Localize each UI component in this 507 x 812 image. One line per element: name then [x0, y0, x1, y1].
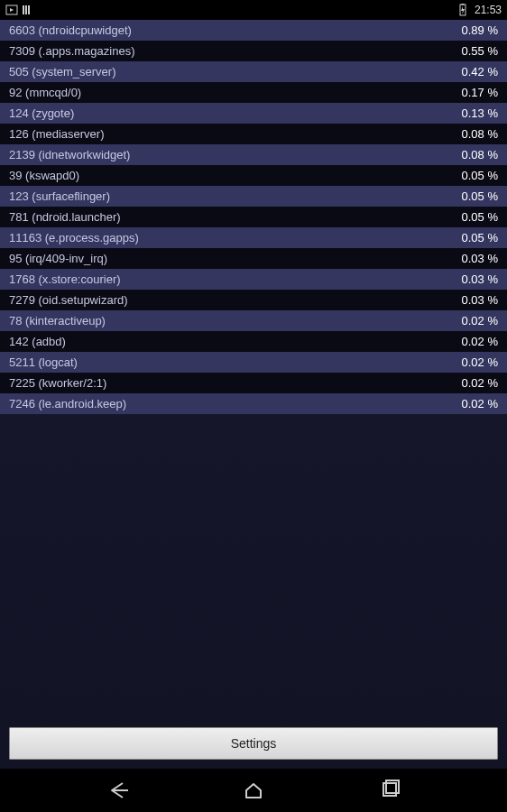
process-row[interactable]: 5211 (logcat)0.02 %	[0, 352, 507, 373]
process-row[interactable]: 7279 (oid.setupwizard)0.03 %	[0, 290, 507, 310]
process-percent: 0.89 %	[462, 23, 498, 37]
process-percent: 0.03 %	[462, 272, 498, 286]
process-percent: 0.05 %	[462, 231, 498, 245]
process-label: 505 (system_server)	[9, 65, 115, 78]
process-row[interactable]: 95 (irq/409-inv_irq)0.03 %	[0, 248, 507, 269]
process-percent: 0.08 %	[462, 148, 498, 161]
status-bar: 21:53	[0, 0, 507, 20]
process-percent: 0.05 %	[462, 189, 498, 203]
process-percent: 0.08 %	[462, 127, 498, 141]
recent-apps-button[interactable]	[371, 770, 410, 810]
process-row[interactable]: 123 (surfaceflinger)0.05 %	[0, 186, 507, 207]
process-list[interactable]: 6603 (ndroidcpuwidget)0.89 %7309 (.apps.…	[0, 20, 507, 718]
process-label: 126 (mediaserver)	[9, 127, 105, 141]
process-row[interactable]: 39 (kswapd0)0.05 %	[0, 165, 507, 186]
process-row[interactable]: 2139 (idnetworkwidget)0.08 %	[0, 144, 507, 165]
process-row[interactable]: 505 (system_server)0.42 %	[0, 61, 507, 82]
process-row[interactable]: 92 (mmcqd/0)0.17 %	[0, 82, 507, 103]
process-label: 7309 (.apps.magazines)	[9, 44, 134, 58]
process-row[interactable]: 7309 (.apps.magazines)0.55 %	[0, 41, 507, 61]
home-button[interactable]	[234, 770, 273, 810]
battery-icon	[456, 4, 469, 16]
process-percent: 0.03 %	[462, 252, 498, 265]
process-label: 92 (mmcqd/0)	[9, 86, 81, 99]
process-label: 123 (surfaceflinger)	[9, 189, 110, 203]
process-percent: 0.02 %	[462, 376, 498, 390]
status-time: 21:53	[475, 4, 502, 16]
bars-icon	[22, 4, 34, 16]
settings-button[interactable]: Settings	[9, 727, 498, 760]
process-row[interactable]: 7225 (kworker/2:1)0.02 %	[0, 373, 507, 393]
svg-rect-3	[28, 5, 30, 14]
process-label: 11163 (e.process.gapps)	[9, 231, 139, 245]
process-label: 6603 (ndroidcpuwidget)	[9, 23, 132, 37]
process-label: 7246 (le.android.keep)	[9, 397, 126, 411]
process-percent: 0.03 %	[462, 293, 498, 307]
process-label: 781 (ndroid.launcher)	[9, 210, 121, 224]
svg-rect-5	[461, 4, 464, 5]
process-label: 78 (kinteractiveup)	[9, 314, 106, 328]
svg-rect-1	[23, 5, 24, 14]
process-percent: 0.02 %	[462, 355, 498, 369]
process-row[interactable]: 126 (mediaserver)0.08 %	[0, 124, 507, 144]
process-percent: 0.02 %	[462, 314, 498, 328]
back-button[interactable]	[97, 770, 137, 810]
process-percent: 0.17 %	[462, 86, 498, 99]
process-percent: 0.05 %	[462, 169, 498, 182]
process-percent: 0.02 %	[462, 335, 498, 348]
play-store-icon	[5, 4, 18, 16]
process-percent: 0.13 %	[462, 106, 498, 120]
process-row[interactable]: 142 (adbd)0.02 %	[0, 331, 507, 352]
process-label: 5211 (logcat)	[9, 355, 78, 369]
process-percent: 0.42 %	[462, 65, 498, 78]
process-row[interactable]: 6603 (ndroidcpuwidget)0.89 %	[0, 20, 507, 41]
process-label: 124 (zygote)	[9, 106, 74, 120]
process-label: 7279 (oid.setupwizard)	[9, 293, 128, 307]
process-row[interactable]: 78 (kinteractiveup)0.02 %	[0, 310, 507, 331]
process-label: 7225 (kworker/2:1)	[9, 376, 106, 390]
process-label: 39 (kswapd0)	[9, 169, 79, 182]
process-row[interactable]: 1768 (x.store:courier)0.03 %	[0, 269, 507, 290]
navigation-bar	[0, 769, 507, 812]
process-row[interactable]: 781 (ndroid.launcher)0.05 %	[0, 207, 507, 227]
process-row[interactable]: 11163 (e.process.gapps)0.05 %	[0, 227, 507, 248]
process-percent: 0.05 %	[462, 210, 498, 224]
settings-label: Settings	[231, 736, 277, 751]
process-label: 2139 (idnetworkwidget)	[9, 148, 130, 161]
process-label: 142 (adbd)	[9, 335, 66, 348]
svg-rect-2	[25, 5, 27, 14]
process-label: 1768 (x.store:courier)	[9, 272, 121, 286]
process-percent: 0.02 %	[462, 397, 498, 411]
process-percent: 0.55 %	[462, 44, 498, 58]
process-row[interactable]: 7246 (le.android.keep)0.02 %	[0, 393, 507, 414]
process-row[interactable]: 124 (zygote)0.13 %	[0, 103, 507, 124]
process-label: 95 (irq/409-inv_irq)	[9, 252, 107, 265]
